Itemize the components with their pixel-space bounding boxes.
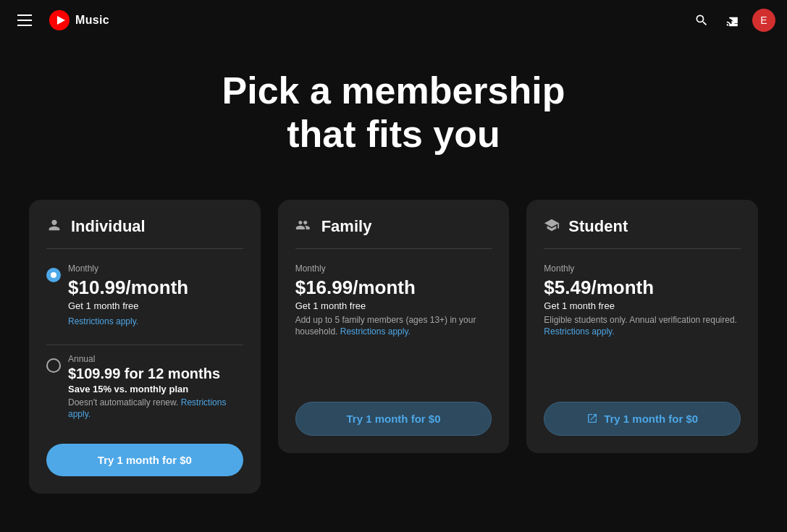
individual-monthly-details: Monthly $10.99/month Get 1 month free Re…: [68, 263, 188, 327]
family-restrictions[interactable]: Restrictions apply.: [340, 326, 411, 337]
family-cta-button[interactable]: Try 1 month for $0: [295, 402, 492, 436]
cast-button[interactable]: [720, 7, 746, 33]
individual-divider: [46, 248, 243, 249]
youtube-music-logo: [49, 10, 70, 30]
header-right: E: [689, 7, 775, 33]
search-icon: [694, 13, 709, 28]
header: Music E: [0, 0, 787, 41]
individual-card: Individual Monthly $10.99/month Get 1 mo…: [29, 200, 261, 494]
page-headline: Pick a membership that fits you: [222, 69, 565, 156]
family-divider: [295, 248, 492, 249]
search-button[interactable]: [689, 7, 715, 33]
individual-annual-note: Doesn't automatically renew. Restriction…: [68, 397, 243, 421]
student-icon: [544, 217, 560, 237]
family-monthly-details: Monthly $16.99/month Get 1 month free Ad…: [295, 263, 492, 340]
logo-area[interactable]: Music: [49, 10, 109, 30]
plan-divider: [46, 345, 243, 345]
individual-icon: [46, 217, 62, 237]
student-card-header: Student: [544, 217, 741, 237]
external-link-icon: [586, 413, 598, 424]
family-card: Family Monthly $16.99/month Get 1 month …: [278, 200, 510, 453]
family-card-header: Family: [295, 217, 492, 237]
individual-annual-radio[interactable]: [46, 358, 61, 373]
individual-cta-button[interactable]: Try 1 month for $0: [46, 444, 243, 476]
main-content: Pick a membership that fits you Individu…: [0, 41, 787, 532]
student-card: Student Monthly $5.49/month Get 1 month …: [526, 200, 758, 453]
student-monthly-details: Monthly $5.49/month Get 1 month free Eli…: [544, 263, 741, 340]
header-left: Music: [12, 9, 109, 32]
student-divider: [544, 248, 741, 249]
individual-annual-option[interactable]: Annual $109.99 for 12 months Save 15% vs…: [46, 354, 243, 430]
family-icon: [295, 217, 313, 237]
individual-annual-details: Annual $109.99 for 12 months Save 15% vs…: [68, 354, 243, 421]
user-avatar[interactable]: E: [752, 9, 775, 32]
hamburger-menu[interactable]: [12, 9, 38, 32]
individual-monthly-restrictions[interactable]: Restrictions apply.: [68, 316, 138, 326]
cast-icon: [726, 13, 741, 28]
family-title: Family: [321, 217, 372, 236]
individual-monthly-option[interactable]: Monthly $10.99/month Get 1 month free Re…: [46, 263, 243, 336]
cards-container: Individual Monthly $10.99/month Get 1 mo…: [29, 200, 758, 494]
brand-name: Music: [75, 14, 109, 27]
student-restrictions[interactable]: Restrictions apply.: [544, 326, 614, 337]
student-cta-button[interactable]: Try 1 month for $0: [544, 402, 741, 436]
individual-monthly-radio[interactable]: [46, 268, 61, 282]
student-title: Student: [568, 217, 628, 236]
individual-title: Individual: [71, 217, 146, 236]
individual-card-header: Individual: [46, 217, 243, 237]
